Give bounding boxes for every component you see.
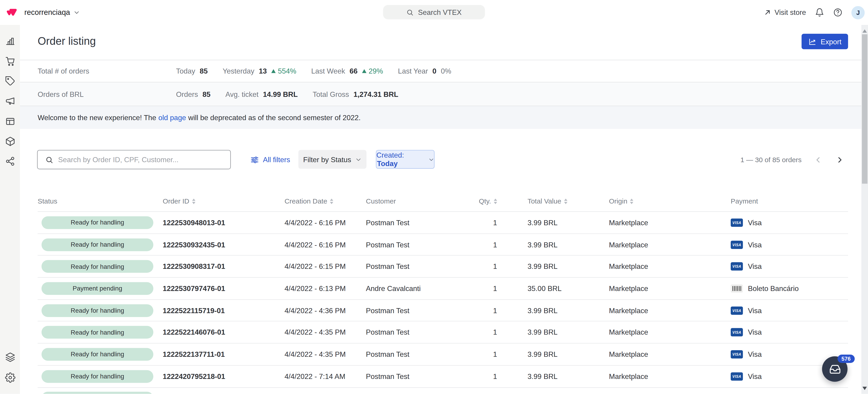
account-switcher[interactable]: recorrenciaqa (25, 8, 80, 17)
status-badge: Ready for handling (41, 326, 153, 339)
total-value-cell: 3.99 BRL (497, 350, 609, 358)
chevron-down-icon (355, 156, 362, 162)
creation-date-cell: 4/4/2022 - 4:35 PM (284, 350, 366, 358)
sidebar-item-integrations[interactable] (0, 156, 20, 167)
origin-cell: Marketplace (609, 240, 731, 249)
vtex-logo-icon (6, 7, 17, 18)
next-page-button[interactable] (835, 156, 845, 164)
sort-icon[interactable] (330, 198, 334, 204)
sidebar-item-apps[interactable] (0, 352, 20, 363)
sort-icon[interactable] (630, 198, 633, 204)
external-arrow-icon (764, 9, 771, 16)
search-icon (45, 156, 53, 164)
old-page-link[interactable]: old page (158, 113, 186, 122)
creation-date-cell: 4/4/2022 - 6:16 PM (284, 218, 366, 227)
origin-cell: Marketplace (609, 328, 731, 336)
pagination-range: 1 — 30 of 85 orders (741, 156, 802, 164)
origin-cell: Marketplace (609, 372, 731, 380)
payment-method-icon: VISA (731, 328, 743, 336)
scrollbar-thumb[interactable] (862, 34, 867, 184)
created-filter-value: Today (377, 159, 398, 168)
metric-value: 85 (200, 67, 208, 75)
payment-method-icon: VISA (731, 218, 743, 227)
column-header[interactable]: Creation Date (284, 197, 366, 205)
deprecation-banner: Welcome to the new experience! The old p… (20, 106, 861, 129)
bar-chart-icon (5, 36, 15, 46)
column-header: Status (38, 197, 163, 205)
table-row[interactable]: Ready for handling 1222530932435-01 4/4/… (38, 234, 848, 256)
metric-value: 1,274.31 BRL (353, 90, 398, 98)
page-header: Order listing Export (20, 25, 861, 60)
sliders-icon (250, 155, 259, 164)
stats-row-label: Orders of BRL (38, 90, 176, 98)
table-row[interactable]: Ready for handling 1222522137711-01 4/4/… (38, 343, 848, 365)
table-row[interactable]: Ready for handling 1222522115719-01 4/4/… (38, 300, 848, 322)
status-badge: Ready for handling (41, 392, 153, 394)
metric-label: Orders (176, 90, 198, 98)
all-filters-button[interactable]: All filters (250, 150, 290, 169)
order-id-cell: 1222530797476-01 (163, 284, 284, 293)
payment-method-icon: VISA (731, 372, 743, 380)
table-row[interactable]: Payment pending 1222530797476-01 4/4/202… (38, 278, 848, 300)
export-button[interactable]: Export (802, 34, 848, 50)
shopping-cart-icon (5, 56, 15, 66)
global-search-label: Search VTEX (418, 8, 462, 16)
vertical-scrollbar[interactable] (861, 25, 868, 394)
table-row[interactable]: Ready for handling 1222530948013-01 4/4/… (38, 212, 848, 234)
sidebar-item-dashboard[interactable] (0, 35, 20, 46)
qty-cell: 1 (466, 306, 497, 315)
column-header[interactable]: Total Value (497, 197, 609, 205)
payment-method-label: Visa (748, 372, 762, 380)
payment-cell: VISA Visa (731, 240, 848, 249)
sidebar-item-promotions[interactable] (0, 76, 20, 87)
sort-icon[interactable] (494, 198, 497, 204)
filter-by-status-dropdown[interactable]: Filter by Status (299, 150, 367, 169)
help-icon[interactable] (833, 8, 842, 17)
table-row[interactable]: Ready for handling (38, 388, 848, 394)
avatar[interactable]: J (851, 6, 865, 19)
sidebar-item-catalog[interactable] (0, 136, 20, 147)
sort-icon[interactable] (192, 198, 195, 204)
order-id-cell: 1222522115719-01 (163, 306, 284, 315)
sidebar-item-orders[interactable] (0, 56, 20, 66)
order-search-input[interactable] (58, 156, 230, 164)
stat-metric: Yesterday 13 554% (223, 67, 296, 75)
orders-brl-stats-row: Orders of BRL Orders 85 Avg. ticket 14.9… (20, 82, 861, 106)
visit-store-link[interactable]: Visit store (764, 8, 806, 17)
sort-icon[interactable] (564, 198, 567, 204)
previous-page-button[interactable] (813, 156, 823, 164)
metric-value: 14.99 BRL (263, 90, 298, 98)
status-badge: Ready for handling (41, 216, 153, 229)
creation-date-cell: 4/4/2022 - 4:36 PM (284, 306, 366, 315)
metric-value: 13 (259, 67, 267, 75)
payment-method-icon: VISA (731, 350, 743, 358)
metric-label: Today (176, 67, 195, 75)
table-row[interactable]: Ready for handling 1222522146076-01 4/4/… (38, 322, 848, 343)
origin-cell: Marketplace (609, 262, 731, 271)
banner-text: will be deprecated as of the second seme… (188, 113, 361, 122)
sidebar-item-settings[interactable] (0, 372, 20, 383)
global-search[interactable]: Search VTEX (383, 5, 485, 20)
creation-date-cell: 4/4/2022 - 6:15 PM (284, 262, 366, 271)
barcode-icon (733, 286, 741, 291)
scroll-down-arrow[interactable] (863, 387, 867, 390)
created-filter-dropdown[interactable]: Created: Today (376, 150, 435, 169)
sidebar-item-marketing[interactable] (0, 96, 20, 107)
account-name: recorrenciaqa (25, 8, 70, 17)
column-header[interactable]: Order ID (163, 197, 284, 205)
table-row[interactable]: Ready for handling 1222530908317-01 4/4/… (38, 256, 848, 278)
scroll-up-arrow[interactable] (863, 29, 867, 33)
package-icon (5, 136, 15, 146)
notifications-bell-icon[interactable] (815, 8, 824, 17)
sidebar-item-storefront[interactable] (0, 116, 20, 127)
order-search-box[interactable] (37, 150, 231, 169)
column-header[interactable]: Qty. (466, 197, 497, 205)
table-row[interactable]: Ready for handling 1222420795218-01 4/4/… (38, 366, 848, 388)
payment-method-label: Visa (748, 328, 762, 336)
pagination: 1 — 30 of 85 orders (741, 150, 845, 169)
page-title: Order listing (38, 35, 96, 48)
column-header[interactable]: Origin (609, 197, 731, 205)
order-id-cell: 1222522146076-01 (163, 328, 284, 336)
qty-cell: 1 (466, 240, 497, 249)
payment-cell: VISA Visa (731, 306, 848, 315)
